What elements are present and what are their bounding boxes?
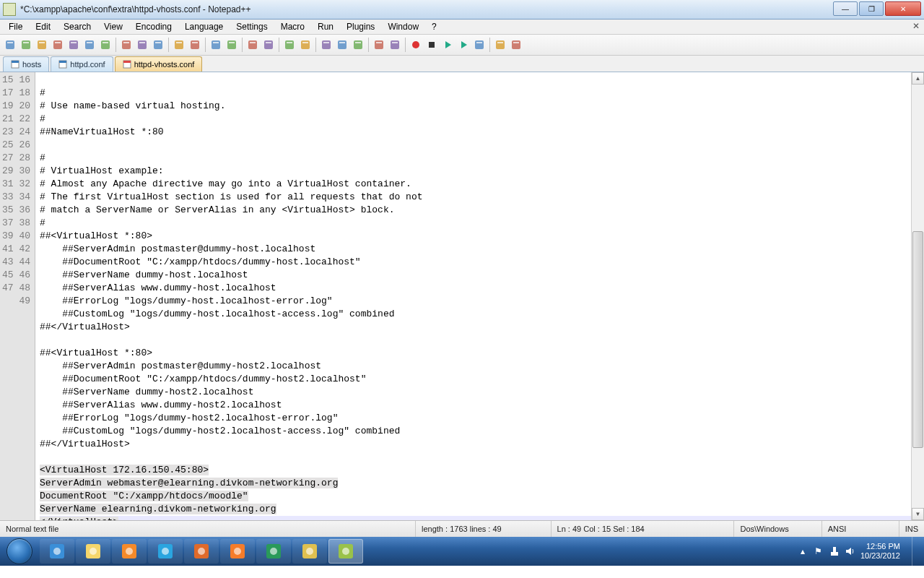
toolbar-separator	[315, 38, 316, 52]
svg-rect-50	[496, 40, 505, 49]
taskbar-app-ie[interactable]	[40, 539, 74, 564]
code-area[interactable]: # # Use name-based virtual hosting. # ##…	[35, 72, 911, 520]
paste-icon[interactable]	[151, 38, 165, 52]
doc-map-icon[interactable]	[388, 38, 402, 52]
play-multi-icon[interactable]	[456, 38, 471, 52]
taskbar-app-idm[interactable]	[256, 539, 291, 564]
monitor-icon[interactable]	[509, 38, 523, 52]
svg-point-63	[90, 548, 97, 555]
svg-rect-19	[155, 42, 161, 43]
svg-point-67	[162, 548, 169, 555]
close-all-icon[interactable]	[82, 38, 97, 52]
save-macro-icon[interactable]	[472, 38, 487, 52]
taskbar-app-skype[interactable]	[148, 539, 183, 564]
menu-view[interactable]: View	[98, 20, 128, 33]
status-bar: Normal text file length : 1763 lines : 4…	[0, 520, 924, 537]
svg-rect-26	[227, 40, 236, 49]
volume-icon[interactable]	[845, 545, 856, 557]
file-tab[interactable]: httpd-vhosts.conf	[115, 56, 203, 72]
wrap-icon[interactable]	[319, 38, 334, 52]
show-desktop-button[interactable]	[912, 537, 921, 566]
redo-icon[interactable]	[188, 38, 202, 52]
toolbar-separator	[205, 38, 206, 52]
stop-icon[interactable]	[424, 38, 439, 52]
menu-run[interactable]: Run	[312, 20, 339, 33]
menu-macro[interactable]: Macro	[275, 20, 310, 33]
scroll-thumb[interactable]	[912, 231, 923, 448]
menu-search[interactable]: Search	[58, 20, 97, 33]
scroll-up-button[interactable]: ▲	[912, 72, 924, 85]
svg-rect-28	[248, 40, 257, 49]
close-button[interactable]: ✕	[885, 1, 921, 16]
tray-time: 12:56 PM	[860, 542, 900, 551]
zoom-out-icon[interactable]	[261, 38, 276, 52]
status-filetype: Normal text file	[0, 521, 416, 537]
save-icon[interactable]	[35, 38, 49, 52]
copy-icon[interactable]	[135, 38, 149, 52]
file-icon	[11, 60, 19, 69]
svg-rect-59	[123, 61, 131, 63]
undo-icon[interactable]	[172, 38, 186, 52]
network-icon[interactable]	[829, 545, 840, 557]
svg-rect-13	[103, 42, 108, 43]
indent-guide-icon[interactable]	[351, 38, 365, 52]
tray-date: 10/23/2012	[860, 551, 900, 561]
sync-v-icon[interactable]	[282, 38, 297, 52]
show-hidden-icons-icon[interactable]: ▴	[797, 545, 808, 557]
menu-settings[interactable]: Settings	[230, 20, 273, 33]
taskbar-app-explorer[interactable]	[76, 539, 110, 564]
taskbar-app-paint[interactable]	[292, 539, 327, 564]
new-icon[interactable]	[3, 38, 17, 52]
find-icon[interactable]	[209, 38, 223, 52]
action-center-icon[interactable]: ⚑	[813, 545, 824, 557]
menu-window[interactable]: Window	[382, 20, 424, 33]
sync-h-icon[interactable]	[298, 38, 313, 52]
cut-icon[interactable]	[119, 38, 134, 52]
svg-rect-12	[101, 40, 110, 49]
svg-rect-14	[122, 40, 131, 49]
file-tab[interactable]: httpd.conf	[51, 56, 113, 72]
taskbar-app-notepadpp[interactable]	[328, 539, 363, 564]
whitespace-icon[interactable]	[335, 38, 349, 52]
file-tab[interactable]: hosts	[3, 56, 49, 72]
status-mode: INS	[899, 521, 924, 537]
svg-rect-2	[22, 40, 30, 49]
replace-icon[interactable]	[225, 38, 239, 52]
maximize-button[interactable]: ❐	[859, 1, 884, 16]
menu-edit[interactable]: Edit	[30, 20, 56, 33]
zoom-in-icon[interactable]	[245, 38, 260, 52]
start-button[interactable]	[0, 537, 39, 566]
menu-file[interactable]: File	[3, 20, 28, 33]
svg-rect-0	[6, 40, 14, 49]
svg-rect-7	[55, 42, 61, 43]
tray-clock[interactable]: 12:56 PM 10/23/2012	[860, 542, 905, 561]
taskbar-app-firefox[interactable]	[184, 539, 219, 564]
record-icon[interactable]	[409, 38, 423, 52]
taskbar-app-wmp[interactable]	[112, 539, 147, 564]
menu-help[interactable]: ?	[426, 20, 443, 33]
status-position: Ln : 49 Col : 15 Sel : 184	[552, 521, 735, 537]
svg-rect-79	[831, 552, 838, 556]
close-icon[interactable]	[66, 38, 81, 52]
lang-icon[interactable]	[372, 38, 386, 52]
taskbar-app-xampp[interactable]	[220, 539, 255, 564]
minimize-button[interactable]: —	[833, 1, 858, 16]
ie-icon	[48, 542, 66, 561]
status-length: length : 1763 lines : 49	[416, 521, 552, 537]
svg-point-75	[306, 548, 313, 555]
menu-encoding[interactable]: Encoding	[130, 20, 178, 33]
paint-icon	[300, 542, 319, 561]
system-tray[interactable]: ▴ ⚑ 12:56 PM 10/23/2012	[797, 537, 921, 566]
mdi-close-button[interactable]: ✕	[912, 21, 920, 31]
menu-language[interactable]: Language	[179, 20, 229, 33]
play-icon[interactable]	[440, 38, 455, 52]
scroll-down-button[interactable]: ▼	[912, 508, 924, 520]
vertical-scrollbar[interactable]: ▲ ▼	[911, 72, 924, 520]
editor-area[interactable]: 15 16 17 18 19 20 21 22 23 24 25 26 27 2…	[0, 72, 924, 520]
save-all-icon[interactable]	[51, 38, 65, 52]
menu-plugins[interactable]: Plugins	[341, 20, 380, 33]
print-icon[interactable]	[98, 38, 113, 52]
open-icon[interactable]	[19, 38, 33, 52]
svg-rect-29	[250, 42, 256, 43]
folder-icon[interactable]	[493, 38, 507, 52]
